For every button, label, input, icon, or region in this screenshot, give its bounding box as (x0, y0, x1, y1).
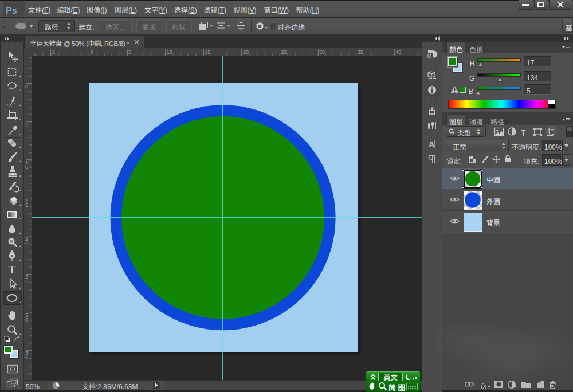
svg-text:T: T (9, 264, 16, 276)
svg-text:A: A (429, 140, 434, 149)
